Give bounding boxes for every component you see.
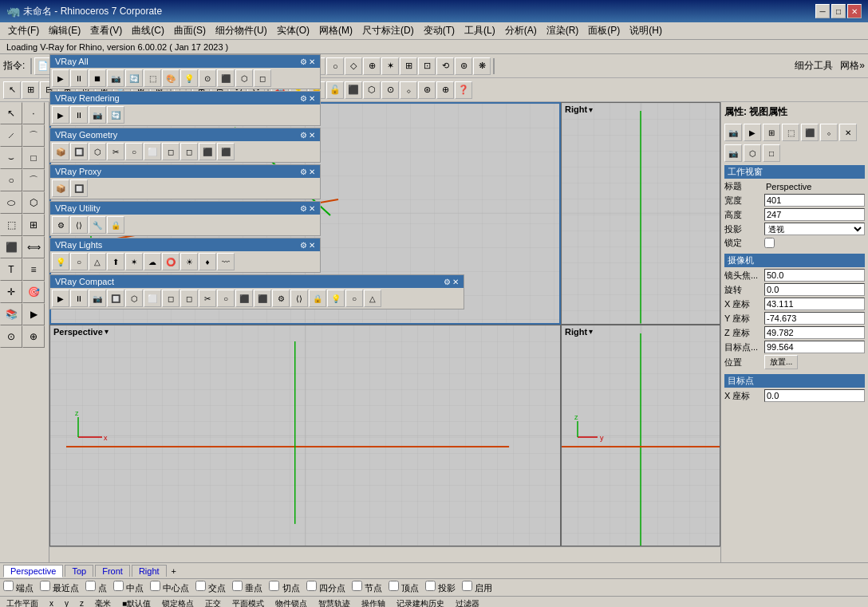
vray-proxy-close[interactable]: ✕	[309, 168, 315, 176]
tab-top[interactable]: Top	[65, 565, 93, 577]
snap-perp[interactable]: 垂点	[232, 581, 262, 594]
vray-all-gear[interactable]: ⚙	[300, 57, 307, 66]
vray-all-btn-6[interactable]: ⬚	[144, 69, 161, 87]
snap-point[interactable]: 点	[85, 581, 107, 594]
snap-tan-cb[interactable]	[269, 581, 279, 591]
minimize-button[interactable]: ─	[815, 4, 830, 18]
menu-item-细分物件(U)[interactable]: 细分物件(U)	[211, 22, 272, 39]
menu-item-工具(L)[interactable]: 工具(L)	[460, 22, 500, 39]
prop-proj-select[interactable]: 透视 正交	[764, 223, 865, 235]
vray-lights-gear[interactable]: ⚙	[300, 241, 307, 250]
sidebar-gumball-tool[interactable]: ✛	[0, 281, 22, 303]
vray-util-btn-4[interactable]: 🔒	[107, 216, 124, 234]
vray-comp-btn-14[interactable]: ⟨⟩	[290, 290, 308, 307]
record-history[interactable]: 记录建构历史	[393, 598, 448, 608]
vray-comp-btn-8[interactable]: ◻	[180, 290, 198, 307]
vray-geo-btn-9[interactable]: ⬛	[199, 143, 216, 160]
tab-add-button[interactable]: +	[168, 566, 180, 577]
sidebar-layer-tool[interactable]: 📚	[0, 303, 22, 325]
vray-light-btn-10[interactable]: 〰	[217, 253, 235, 270]
vray-light-btn-2[interactable]: ○	[70, 253, 88, 270]
sidebar-point-tool[interactable]: ·	[22, 102, 45, 124]
snap-proj-cb[interactable]	[425, 581, 436, 591]
vray-all-btn-9[interactable]: ⊙	[199, 69, 216, 87]
vray-light-btn-6[interactable]: ☁	[144, 253, 161, 270]
prop-rotate-input[interactable]	[764, 283, 865, 296]
sidebar-snap-tool[interactable]: 🎯	[22, 281, 45, 303]
vray-comp-btn-5[interactable]: ⬡	[125, 290, 143, 307]
vray-geo-btn-1[interactable]: 📦	[52, 143, 69, 160]
menu-item-说明(H)[interactable]: 说明(H)	[625, 22, 667, 39]
position-button[interactable]: 放置...	[764, 355, 798, 369]
snap-vertex-cb[interactable]	[389, 581, 399, 591]
menu-item-尺寸标注(D)[interactable]: 尺寸标注(D)	[357, 22, 419, 39]
sidebar-hatch-tool[interactable]: ≡	[22, 258, 45, 281]
vray-rendering-close[interactable]: ✕	[309, 94, 315, 103]
plane-mode[interactable]: 平面模式	[229, 598, 267, 608]
sidebar-dim-tool[interactable]: ⟺	[22, 236, 45, 258]
vray-all-btn-2[interactable]: ⏸	[70, 69, 88, 87]
vray-geo-btn-10[interactable]: ⬛	[217, 143, 235, 160]
vray-all-btn-5[interactable]: 🔄	[125, 69, 143, 87]
menu-item-曲面(S)[interactable]: 曲面(S)	[169, 22, 211, 39]
tb2-btn-1[interactable]: ↖	[3, 81, 21, 99]
snap-vertex[interactable]: 顶点	[389, 581, 419, 594]
panel-icon-shade[interactable]: ⬛	[801, 124, 819, 141]
sidebar-mesh-tool[interactable]: ⊞	[22, 214, 45, 236]
vray-lights-close[interactable]: ✕	[309, 241, 315, 250]
menu-item-编辑(E)[interactable]: 编辑(E)	[44, 22, 85, 39]
vray-geometry-gear[interactable]: ⚙	[300, 131, 307, 140]
vray-all-btn-4[interactable]: 📷	[107, 69, 124, 87]
sidebar-polyline-tool[interactable]: ⌒	[22, 124, 45, 147]
sidebar-ellipse-tool[interactable]: ⬭	[0, 191, 22, 214]
snap-center-cb[interactable]	[150, 581, 160, 591]
sidebar-arc-tool[interactable]: ⌒	[22, 169, 45, 191]
sidebar-arrow-tool[interactable]: ↖	[0, 102, 22, 124]
vray-comp-btn-2[interactable]: ⏸	[70, 290, 88, 307]
vray-rend-btn-2[interactable]: ⏸	[70, 106, 88, 124]
panel-icon-wire[interactable]: ⬚	[782, 124, 799, 141]
vray-compact-close[interactable]: ✕	[452, 278, 459, 286]
prop-cz-input[interactable]	[764, 326, 865, 339]
sidebar-rectangle-tool[interactable]: □	[22, 147, 45, 169]
vray-light-btn-1[interactable]: 💡	[52, 253, 69, 270]
sidebar-line-tool[interactable]: ⟋	[0, 124, 22, 147]
prop-cx-input[interactable]	[764, 298, 865, 310]
vray-geometry-close[interactable]: ✕	[309, 131, 315, 140]
vray-all-btn-1[interactable]: ▶	[52, 69, 69, 87]
vray-comp-btn-4[interactable]: 🔲	[107, 290, 124, 307]
snap-endpoint[interactable]: 端点	[3, 581, 34, 594]
vray-all-btn-3[interactable]: ⏹	[89, 69, 106, 87]
vray-light-btn-4[interactable]: ⬆	[107, 253, 124, 270]
sidebar-surface-tool[interactable]: ⬚	[0, 214, 22, 236]
snap-nearest-cb[interactable]	[40, 581, 50, 591]
gumball[interactable]: 操作轴	[358, 598, 389, 608]
menu-item-变动(T)[interactable]: 变动(T)	[419, 22, 460, 39]
vray-util-btn-2[interactable]: ⟨⟩	[70, 216, 88, 234]
vray-all-btn-10[interactable]: ⬛	[217, 69, 235, 87]
vray-light-btn-3[interactable]: △	[89, 253, 106, 270]
vray-comp-btn-15[interactable]: 🔒	[309, 290, 326, 307]
tb2-btn-2[interactable]: ⊞	[22, 81, 39, 99]
close-button[interactable]: ✕	[847, 4, 862, 18]
snap-point-cb[interactable]	[85, 581, 96, 591]
sidebar-extra2[interactable]: ⊕	[22, 325, 45, 348]
tab-perspective[interactable]: Perspective	[3, 565, 63, 577]
menu-item-查看(V)[interactable]: 查看(V)	[85, 22, 127, 39]
smart-track[interactable]: 智慧轨迹	[315, 598, 353, 608]
vray-geo-btn-7[interactable]: ◻	[162, 143, 180, 160]
vray-comp-btn-10[interactable]: ○	[217, 290, 235, 307]
snap-inter[interactable]: 交点	[195, 581, 226, 594]
filter[interactable]: 过滤器	[452, 598, 483, 608]
vray-all-btn-8[interactable]: 💡	[180, 69, 198, 87]
vray-geo-btn-8[interactable]: ◻	[180, 143, 198, 160]
vray-compact-gear[interactable]: ⚙	[444, 278, 451, 286]
vray-rend-btn-4[interactable]: 🔄	[107, 106, 124, 124]
panel-icon-camera[interactable]: 📷	[724, 124, 742, 141]
prop-focal-input[interactable]	[764, 269, 865, 282]
right-dropdown-top[interactable]: ▾	[589, 105, 593, 114]
panel-icon-mesh[interactable]: ⊞	[763, 124, 780, 141]
snap-center[interactable]: 中心点	[150, 581, 189, 594]
vray-comp-btn-17[interactable]: ○	[345, 290, 363, 307]
tb-btn-24[interactable]: ❋	[473, 57, 491, 75]
